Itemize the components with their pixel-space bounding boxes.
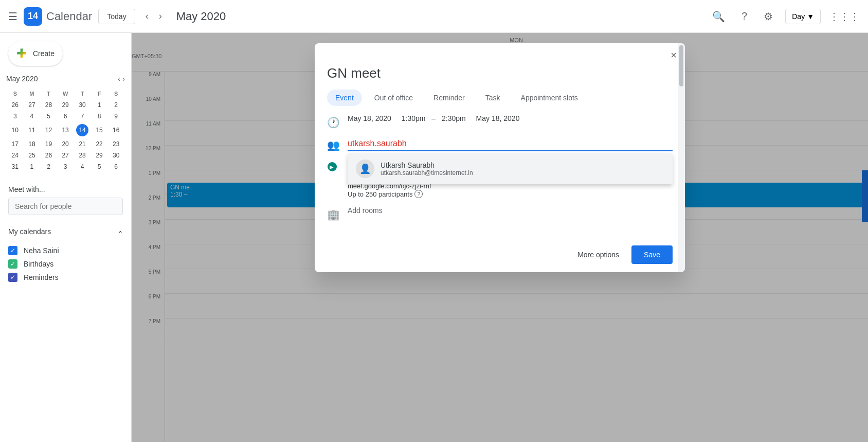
mini-cal-day[interactable]: 19 [41, 139, 57, 149]
calendar-item-birthdays[interactable]: ✓ Birthdays [8, 257, 123, 271]
save-button[interactable]: Save [631, 245, 673, 264]
mini-cal-day[interactable]: 23 [108, 139, 124, 149]
mini-cal-day[interactable]: 20 [58, 139, 74, 149]
settings-icon[interactable]: ⚙ [760, 6, 777, 27]
mini-cal-day[interactable]: 7 [74, 111, 90, 121]
guest-input[interactable] [348, 137, 673, 151]
scrollbar-thumb [679, 45, 683, 86]
mini-cal-day[interactable]: 6 [108, 162, 124, 172]
help-icon[interactable]: ? [737, 6, 751, 26]
mini-cal-day[interactable]: 5 [41, 111, 57, 121]
mini-cal-day[interactable]: 26 [41, 150, 57, 161]
tab-task[interactable]: Task [477, 90, 509, 106]
date-end[interactable]: May 18, 2020 [476, 114, 520, 122]
modal-scrollbar[interactable] [678, 43, 685, 272]
calendar-area: GMT+05:30 MON 18 9 AM 10 AM 11 AM 12 PM … [132, 33, 868, 442]
help-circle-icon[interactable]: ? [414, 190, 423, 198]
modal-body: 🕐 May 18, 2020 1:30pm – 2:30pm May 18, 2… [315, 106, 685, 237]
mini-cal-day[interactable]: 17 [7, 139, 23, 149]
mini-cal-day[interactable]: 11 [24, 122, 40, 138]
day-header-sa: S [108, 89, 124, 99]
guests-icon: 👥 [327, 139, 339, 151]
mini-cal-day[interactable]: 29 [92, 150, 107, 161]
modal-header: × [315, 43, 685, 61]
modal-tabs: Event Out of office Reminder Task Appoin… [315, 90, 685, 106]
my-calendars-section: My calendars ⌃ ✓ Neha Saini ✓ Birthdays … [0, 223, 131, 288]
mini-cal-day[interactable]: 2 [108, 100, 124, 110]
prev-nav-button[interactable]: ‹ [141, 7, 153, 26]
tab-reminder[interactable]: Reminder [425, 90, 473, 106]
mini-cal-day[interactable]: 18 [24, 139, 40, 149]
mini-cal-day[interactable]: 2 [41, 162, 57, 172]
menu-icon[interactable]: ☰ [8, 10, 17, 23]
mini-cal-day[interactable]: 9 [108, 111, 124, 121]
mini-cal-day[interactable]: 10 [7, 122, 23, 138]
mini-cal-day[interactable]: 5 [92, 162, 107, 172]
mini-cal-nav-group: ‹ › [118, 74, 125, 83]
mini-cal-day[interactable]: 21 [74, 139, 90, 149]
mini-cal-day[interactable]: 6 [58, 111, 74, 121]
mini-cal-day[interactable]: 26 [7, 100, 23, 110]
modal-rooms-row: 🏢 Add rooms [327, 206, 673, 221]
mini-cal-day[interactable]: 24 [7, 150, 23, 161]
tab-appointment-slots[interactable]: Appointment slots [513, 90, 586, 106]
mini-cal-day[interactable]: 3 [58, 162, 74, 172]
mini-cal-day[interactable]: 31 [7, 162, 23, 172]
mini-cal-day[interactable]: 12 [41, 122, 57, 138]
mini-cal-day[interactable]: 8 [92, 111, 107, 121]
nav-buttons: ‹ › [141, 7, 166, 26]
apps-icon[interactable]: ⋮⋮⋮ [829, 10, 860, 23]
app-logo: 14 Calendar [24, 7, 92, 26]
mini-cal-day[interactable]: 27 [58, 150, 74, 161]
time-dash: – [429, 114, 438, 122]
create-button[interactable]: ✚ Create [8, 41, 63, 66]
tab-out-of-office[interactable]: Out of office [366, 90, 421, 106]
rooms-icon: 🏢 [327, 208, 339, 221]
tab-event[interactable]: Event [327, 90, 362, 106]
more-options-button[interactable]: More options [569, 246, 627, 263]
mini-cal-day[interactable]: 16 [108, 122, 124, 138]
mini-cal-day[interactable]: 30 [108, 150, 124, 161]
mini-cal-day[interactable]: 14 [74, 122, 90, 138]
mini-cal-day[interactable]: 30 [74, 100, 90, 110]
mini-cal-day[interactable]: 27 [24, 100, 40, 110]
next-nav-button[interactable]: › [155, 7, 166, 26]
mini-cal-day[interactable]: 4 [24, 111, 40, 121]
calendar-label-neha: Neha Saini [24, 246, 59, 255]
modal-footer: More options Save [315, 237, 685, 272]
date-start[interactable]: May 18, 2020 [348, 114, 391, 122]
view-dropdown[interactable]: Day ▼ [785, 9, 821, 24]
mini-cal-day[interactable]: 15 [92, 122, 107, 138]
time-start[interactable]: 1:30pm [402, 114, 426, 122]
calendar-item-neha[interactable]: ✓ Neha Saini [8, 244, 123, 257]
modal-close-button[interactable]: × [671, 49, 677, 61]
calendar-item-reminders[interactable]: ✓ Reminders [8, 271, 123, 284]
guest-dropdown-item[interactable]: 👤 Utkarsh Saurabh utkarsh.saurabh@timesi… [348, 153, 673, 184]
search-people-input[interactable] [8, 198, 123, 215]
mini-cal-day[interactable]: 25 [24, 150, 40, 161]
main-layout: ✚ Create May 2020 ‹ › S M T W T F [0, 33, 868, 442]
search-icon[interactable]: 🔍 [708, 6, 729, 27]
today-button[interactable]: Today [98, 9, 135, 24]
mini-cal-day[interactable]: 4 [74, 162, 90, 172]
guest-avatar: 👤 [356, 160, 374, 178]
mini-cal-grid: S M T W T F S 26 27 28 29 30 1 2 [6, 87, 125, 173]
mini-cal-day[interactable]: 3 [7, 111, 23, 121]
mini-cal-header: May 2020 ‹ › [6, 74, 125, 83]
mini-cal-day[interactable]: 13 [58, 122, 74, 138]
mini-cal-day[interactable]: 1 [24, 162, 40, 172]
mini-cal-day[interactable]: 1 [92, 100, 107, 110]
mini-cal-day[interactable]: 28 [74, 150, 90, 161]
mini-cal-next[interactable]: › [122, 75, 125, 83]
chevron-up-icon[interactable]: ⌃ [118, 230, 123, 237]
time-end[interactable]: 2:30pm [442, 114, 466, 122]
mini-cal-day[interactable]: 22 [92, 139, 107, 149]
mini-cal-prev[interactable]: ‹ [118, 75, 120, 83]
modal-datetime: May 18, 2020 1:30pm – 2:30pm May 18, 202… [348, 114, 519, 122]
meet-participants: Up to 250 participants ? [348, 190, 444, 198]
mini-cal-day[interactable]: 28 [41, 100, 57, 110]
clock-icon: 🕐 [327, 116, 339, 129]
mini-cal-day[interactable]: 29 [58, 100, 74, 110]
guest-info: Utkarsh Saurabh utkarsh.saurabh@timesint… [381, 161, 473, 176]
add-rooms-text[interactable]: Add rooms [348, 206, 383, 215]
